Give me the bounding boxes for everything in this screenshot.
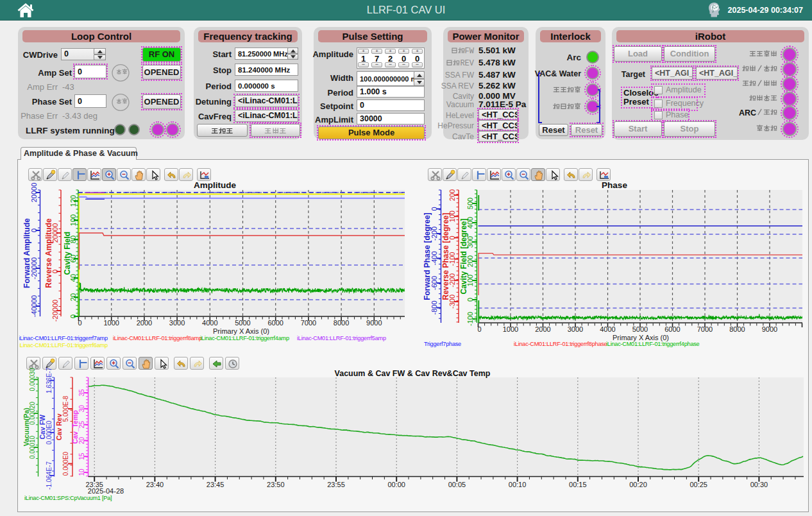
svg-text:4000: 4000 (600, 325, 615, 333)
svg-text:Primary X Axis (0): Primary X Axis (0) (613, 334, 669, 341)
svg-text:Cavity Field: Cavity Field (63, 232, 72, 275)
svg-text:10: 10 (78, 469, 85, 476)
svg-text:0: 0 (69, 314, 77, 318)
svg-text:500: 500 (466, 198, 474, 209)
svg-text:3000: 3000 (169, 319, 185, 327)
svg-text:1000: 1000 (103, 319, 119, 327)
svg-text:iLinac-CM01:LLRF-01:triggerrf8: iLinac-CM01:LLRF-01:triggerrf8amp (113, 335, 202, 341)
svg-text:-800: -800 (430, 300, 438, 314)
svg-text:Triggerf7phase: Triggerf7phase (424, 341, 461, 347)
svg-text:0: 0 (477, 325, 481, 333)
svg-text:Vacuum & Cav FW & Cav Rev&Cav: Vacuum & Cav FW & Cav Rev&Cav Temp (335, 369, 491, 378)
svg-text:iLinac-CM01:LLRF-01:triggerrf7: iLinac-CM01:LLRF-01:triggerrf7amp (19, 335, 108, 341)
svg-text:Cavity Field [degree]: Cavity Field [degree] (459, 218, 468, 294)
svg-text:iLinac-CM01:LLRF-01:triggerrf8: iLinac-CM01:LLRF-01:triggerrf8phase (514, 341, 607, 347)
svg-text:Cav Rev: Cav Rev (55, 413, 63, 440)
svg-text:iLinac-CM01:LLRF-01:triggerrf5: iLinac-CM01:LLRF-01:triggerrf5amp (297, 335, 386, 341)
svg-text:5000: 5000 (632, 325, 648, 333)
svg-text:7000: 7000 (697, 325, 713, 333)
svg-text:100: 100 (69, 214, 77, 226)
svg-text:8000: 8000 (729, 325, 745, 333)
svg-text:1.636E-7: 1.636E-7 (46, 367, 53, 393)
svg-text:-1.064E-7: -1.064E-7 (46, 461, 53, 490)
svg-text:2000: 2000 (535, 325, 550, 333)
svg-text:Cav_Temp: Cav_Temp (71, 410, 79, 443)
svg-text:Cav FW: Cav FW (38, 415, 46, 440)
svg-text:00:00: 00:00 (387, 481, 405, 488)
svg-text:23:50: 23:50 (267, 481, 285, 488)
svg-text:00:30: 00:30 (750, 481, 768, 488)
svg-text:1000: 1000 (503, 325, 518, 333)
svg-text:Forward Phase [degree]: Forward Phase [degree] (423, 212, 432, 300)
svg-text:6000: 6000 (664, 325, 680, 333)
svg-text:3000: 3000 (568, 325, 583, 333)
svg-text:120: 120 (69, 195, 77, 207)
svg-text:00:10: 00:10 (509, 481, 527, 488)
svg-text:Forward Amplitude: Forward Amplitude (22, 218, 31, 288)
svg-text:iLinac-CM01:LLRF-01:triggerrf4: iLinac-CM01:LLRF-01:triggerrf4amp (200, 335, 289, 341)
svg-text:0.000E0: 0.000E0 (46, 420, 53, 445)
svg-text:4000: 4000 (202, 319, 217, 327)
svg-text:23:40: 23:40 (146, 481, 164, 488)
svg-text:00:25: 00:25 (689, 481, 707, 488)
svg-text:20000: 20000 (30, 183, 38, 203)
svg-text:0.00030: 0.00030 (29, 368, 36, 391)
svg-text:Amplitude: Amplitude (194, 180, 236, 190)
svg-text:iLinac-CM01:LLRF-01:triggerrf6: iLinac-CM01:LLRF-01:triggerrf6amp (19, 342, 108, 348)
svg-text:7000: 7000 (301, 319, 316, 327)
svg-text:Reverse Phase [degree]: Reverse Phase [degree] (441, 212, 450, 300)
svg-text:20: 20 (78, 436, 85, 444)
svg-text:0: 0 (430, 207, 438, 211)
svg-text:8000: 8000 (334, 319, 349, 327)
svg-text:23:55: 23:55 (327, 481, 345, 488)
svg-text:200: 200 (448, 189, 456, 201)
svg-text:20: 20 (69, 293, 77, 301)
svg-text:0: 0 (78, 319, 81, 327)
svg-text:5000: 5000 (235, 319, 250, 327)
svg-text:Phase: Phase (602, 180, 627, 190)
svg-text:Vacuum(Pa): Vacuum(Pa) (22, 408, 30, 446)
svg-text:2000: 2000 (137, 319, 152, 327)
svg-text:00:05: 00:05 (448, 481, 466, 488)
svg-text:23:45: 23:45 (207, 481, 224, 488)
svg-text:6000: 6000 (267, 319, 283, 327)
svg-text:0.000E0: 0.000E0 (62, 451, 69, 476)
svg-text:25: 25 (78, 421, 85, 429)
svg-text:iLinac-CM01:LLRF-01:triggerrf4: iLinac-CM01:LLRF-01:triggerrf4phase (606, 341, 700, 347)
svg-text:-40000: -40000 (30, 295, 38, 317)
svg-text:5.000E-8: 5.000E-8 (62, 395, 69, 422)
svg-text:9000: 9000 (366, 319, 382, 327)
svg-text:-100: -100 (466, 312, 474, 326)
svg-text:9000: 9000 (762, 325, 777, 333)
svg-text:30: 30 (78, 405, 85, 413)
svg-text:Primary X Axis (0): Primary X Axis (0) (213, 327, 269, 335)
svg-text:35: 35 (78, 389, 85, 397)
svg-text:Reverse Amplitude: Reverse Amplitude (44, 218, 53, 288)
svg-text:0: 0 (466, 298, 474, 302)
svg-text:15: 15 (78, 452, 85, 460)
svg-text:iLinac-CM01:SPS:CpVacuum1 [Pa]: iLinac-CM01:SPS:CpVacuum1 [Pa] (24, 495, 112, 501)
svg-text:2025-04-28: 2025-04-28 (88, 487, 124, 495)
svg-text:00:15: 00:15 (569, 481, 587, 488)
svg-text:-20000: -20000 (51, 300, 59, 322)
svg-text:00:20: 00:20 (629, 481, 647, 488)
